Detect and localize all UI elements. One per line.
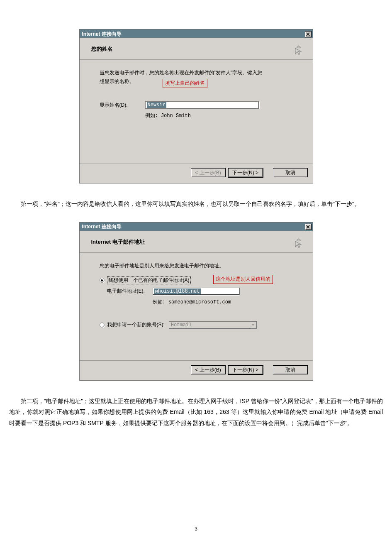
wizard-content: 当您发送电子邮件时，您的姓名将出现在外发邮件的"发件人"字段。键入您 想显示的名… <box>80 60 313 164</box>
wizard-header-strip: 您的姓名 <box>80 38 313 60</box>
description-paragraph-2: 第二项，"电子邮件地址"；这里就填上正在使用的电子邮件地址。在办理入网手续时，I… <box>0 396 392 429</box>
provider-dropdown: Hotmail <box>169 321 257 329</box>
input-email-address[interactable]: whoisit@188.net <box>153 288 240 295</box>
wizard2-header: Internet 电子邮件地址 <box>91 238 145 246</box>
radio-new[interactable] <box>100 323 105 328</box>
wizard2-title: Internet 连接向导 <box>82 223 122 230</box>
next-button[interactable]: 下一步(N) > <box>228 168 263 177</box>
radio-new-label: 我想申请一个新的账号(S): <box>107 321 165 328</box>
page-number: 3 <box>0 526 392 532</box>
intro-text-line1: 当您发送电子邮件时，您的姓名将出现在外发邮件的"发件人"字段。键入您 <box>100 69 299 77</box>
wizard2-titlebar: Internet 连接向导 <box>80 222 313 231</box>
input-display-name[interactable]: Newsir <box>145 101 259 109</box>
cancel-button[interactable]: 取消 <box>273 168 308 177</box>
close-button[interactable] <box>305 31 312 37</box>
hint-fill-name: 填写上自己的姓名 <box>163 79 207 88</box>
radio-existing-label: 我想使用一个已有的电子邮件地址(A) <box>107 276 191 284</box>
wizard2-button-bar: < 上一步(B) 下一步(N) > 取消 <box>80 361 313 380</box>
description-paragraph-1: 第一项，"姓名"；这一内容是给收信人看的，这里你可以填写真实的姓名，也可以另取一… <box>0 198 392 210</box>
wizard-header: 您的姓名 <box>91 45 113 53</box>
input-display-name-value: Newsir <box>147 102 166 108</box>
wizard2-content: 您的电子邮件地址是别人用来给您发送电子邮件的地址。 我想使用一个已有的电子邮件地… <box>80 253 313 361</box>
radio-new-row[interactable]: 我想申请一个新的账号(S): Hotmail <box>100 320 299 330</box>
radio-existing[interactable] <box>100 278 105 283</box>
wizard-cursor-icon-2 <box>290 235 304 249</box>
next-button-2[interactable]: 下一步(N) > <box>228 365 263 374</box>
wizard-cursor-icon <box>290 42 304 56</box>
close-button-2[interactable] <box>305 224 312 230</box>
wizard-button-bar: < 上一步(B) 下一步(N) > 取消 <box>80 164 313 183</box>
back-button-2[interactable]: < 上一步(B) <box>191 365 226 374</box>
wizard-email-step: Internet 连接向导 Internet 电子邮件地址 您的电子邮件地址是别… <box>79 222 313 381</box>
cancel-button-2[interactable]: 取消 <box>273 365 308 374</box>
label-email-address: 电子邮件地址(E): <box>107 288 153 295</box>
example-email-text: 例如: someone@microsoft.com <box>153 298 299 306</box>
wizard-name-step: Internet 连接向导 您的姓名 当您发送电子邮件时，您的姓名将出现在外发邮… <box>79 29 313 183</box>
wizard2-header-strip: Internet 电子邮件地址 <box>80 231 313 253</box>
back-button: < 上一步(B) <box>191 168 226 177</box>
provider-dropdown-value: Hotmail <box>171 322 192 328</box>
wizard-title: Internet 连接向导 <box>82 31 122 38</box>
example-text: 例如: John Smith <box>145 112 299 119</box>
dropdown-arrow-icon <box>250 322 256 328</box>
intro-email-text: 您的电子邮件地址是别人用来给您发送电子邮件的地址。 <box>100 262 299 270</box>
input-email-value: whoisit@188.net <box>154 289 201 294</box>
label-display-name: 显示姓名(D): <box>100 102 145 109</box>
wizard-titlebar: Internet 连接向导 <box>80 29 313 38</box>
hint-reply-address: 这个地址是别人回信用的 <box>213 275 273 284</box>
